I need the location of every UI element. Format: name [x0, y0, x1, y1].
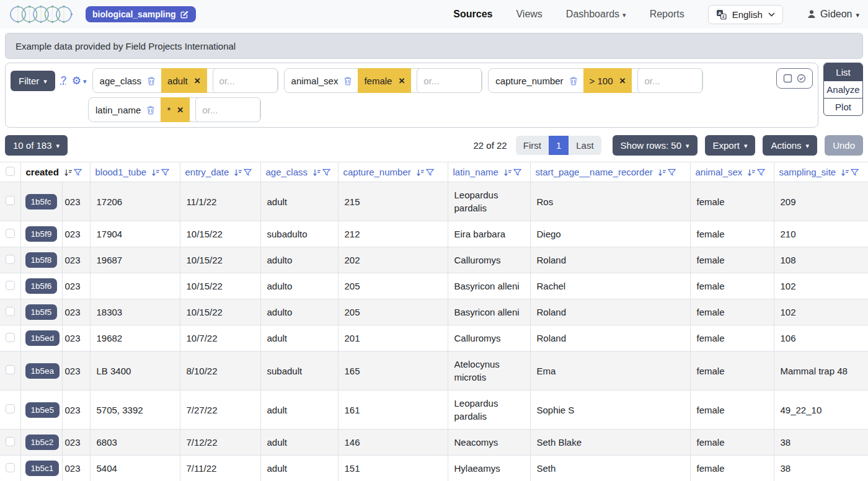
record-id-badge[interactable]: 1b5c2 [25, 435, 60, 450]
record-id-badge[interactable]: 1b5ea [25, 363, 60, 379]
record-id-badge[interactable]: 1b5f5 [25, 304, 58, 320]
sort-icon[interactable] [312, 169, 321, 177]
column-header-latin_name[interactable]: latin_name [448, 162, 530, 182]
remove-chip-icon[interactable]: ✕ [619, 76, 626, 86]
column-header-age_class[interactable]: age_class [260, 162, 338, 182]
sort-icon[interactable] [747, 169, 756, 177]
current-page-button[interactable]: 1 [549, 136, 569, 155]
trash-button[interactable] [343, 76, 352, 86]
trash-button[interactable] [146, 105, 155, 115]
trash-button[interactable] [147, 76, 156, 86]
undo-button[interactable]: Undo [825, 135, 863, 156]
remove-chip-icon[interactable]: ✕ [398, 76, 405, 86]
help-link[interactable]: ? [61, 75, 66, 86]
trash-icon[interactable] [569, 76, 578, 86]
user-menu[interactable]: Gideon ▾ [807, 9, 859, 20]
row-checkbox[interactable] [6, 255, 15, 264]
filter-or-input[interactable] [213, 68, 278, 93]
column-header-blood1_tube[interactable]: blood1_tube [90, 162, 180, 182]
remove-chip-icon[interactable]: ✕ [177, 105, 184, 115]
sort-icon[interactable] [658, 169, 666, 177]
sort-icon[interactable] [151, 169, 160, 177]
remove-chip-icon[interactable]: ✕ [194, 76, 201, 86]
column-header-start_page__name_recorder[interactable]: start_page__name_recorder [530, 162, 690, 182]
record-id-badge[interactable]: 1b5fc [25, 194, 57, 210]
cell-entry_date: 11/1/22 [180, 182, 260, 221]
row-checkbox[interactable] [6, 196, 15, 205]
caret-down-icon: ▾ [686, 143, 689, 149]
cell-age_class: adult [260, 456, 338, 481]
nav-item-dashboards[interactable]: Dashboards▾ [566, 9, 626, 20]
filter-settings-button[interactable]: ⚙ ▾ [72, 74, 87, 87]
filter-or-input[interactable] [417, 68, 482, 93]
last-page-button[interactable]: Last [569, 136, 601, 155]
record-id-badge[interactable]: 1b5c1 [25, 461, 60, 476]
caret-down-icon: ▾ [744, 143, 748, 149]
record-id-badge[interactable]: 1b5e5 [25, 402, 60, 418]
trash-icon[interactable] [146, 105, 155, 115]
sort-icon[interactable] [64, 169, 73, 177]
checkbox-square-icon [783, 74, 792, 83]
row-checkbox[interactable] [6, 281, 15, 290]
sort-icon[interactable] [841, 169, 849, 177]
nav-item-sources[interactable]: Sources [453, 9, 492, 20]
trash-icon[interactable] [343, 76, 352, 86]
column-header-animal_sex[interactable]: animal_sex [690, 162, 774, 182]
filter-button[interactable]: Filter ▾ [11, 71, 55, 91]
select-rows-button[interactable] [776, 68, 813, 89]
filter-funnel-icon[interactable] [161, 169, 169, 177]
column-header-sampling_site[interactable]: sampling_site [774, 162, 868, 182]
caret-down-icon: ▾ [622, 12, 626, 19]
row-checkbox[interactable] [6, 229, 15, 238]
row-checkbox[interactable] [6, 333, 15, 342]
record-id-badge[interactable]: 1b5f8 [25, 252, 58, 268]
actions-button[interactable]: Actions ▾ [763, 135, 817, 156]
row-checkbox[interactable] [6, 404, 15, 413]
cell-entry_date: 8/10/22 [180, 351, 260, 391]
cell-sampling_site: 108 [774, 247, 868, 273]
select-all-checkbox[interactable] [6, 167, 15, 176]
row-checkbox[interactable] [6, 437, 15, 446]
nav-item-reports[interactable]: Reports [650, 9, 684, 20]
filter-field-label: capture_number [495, 76, 563, 86]
column-header-entry_date[interactable]: entry_date [180, 162, 260, 182]
column-header-created[interactable]: created [20, 162, 90, 182]
row-checkbox[interactable] [6, 307, 15, 316]
filter-or-input[interactable] [195, 97, 260, 122]
row-checkbox[interactable] [6, 463, 15, 472]
select-all-header[interactable] [0, 162, 20, 182]
nav-item-views[interactable]: Views [516, 9, 542, 20]
cell-capture_number: 146 [338, 430, 448, 456]
show-rows-button[interactable]: Show rows: 50 ▾ [613, 135, 698, 156]
filter-funnel-icon[interactable] [513, 169, 521, 177]
sort-icon[interactable] [503, 169, 512, 177]
first-page-button[interactable]: First [516, 136, 549, 155]
filter-funnel-icon[interactable] [851, 169, 859, 177]
cell-start_page__name_recorder: Ros [530, 182, 690, 221]
language-selector[interactable]: A z English [708, 5, 783, 24]
record-id-badge[interactable]: 1b5f6 [25, 278, 58, 294]
column-header-capture_number[interactable]: capture_number [338, 162, 448, 182]
filter-funnel-icon[interactable] [668, 169, 676, 177]
filter-value-chip: > 100✕ [583, 68, 632, 93]
row-checkbox[interactable] [6, 365, 15, 374]
selection-count-button[interactable]: 10 of 183 ▾ [5, 135, 68, 156]
filter-funnel-icon[interactable] [426, 169, 434, 177]
filter-funnel-icon[interactable] [74, 169, 82, 177]
record-id-badge[interactable]: 1b5ed [25, 330, 60, 346]
trash-icon[interactable] [147, 76, 156, 86]
record-id-badge[interactable]: 1b5f9 [25, 226, 58, 242]
filter-or-input[interactable] [637, 68, 702, 93]
view-option-analyze[interactable]: Analyze [824, 81, 862, 98]
sort-icon[interactable] [416, 169, 425, 177]
filter-funnel-icon[interactable] [757, 169, 765, 177]
sort-icon[interactable] [234, 169, 242, 177]
source-table-badge[interactable]: biological_sampling [86, 6, 196, 22]
top-navbar: biological_sampling SourcesViewsDashboar… [0, 0, 868, 29]
filter-funnel-icon[interactable] [322, 169, 330, 177]
view-option-list[interactable]: List [824, 63, 862, 81]
export-button[interactable]: Export ▾ [705, 135, 756, 156]
trash-button[interactable] [569, 76, 578, 86]
filter-funnel-icon[interactable] [244, 169, 252, 177]
view-option-plot[interactable]: Plot [824, 98, 862, 115]
